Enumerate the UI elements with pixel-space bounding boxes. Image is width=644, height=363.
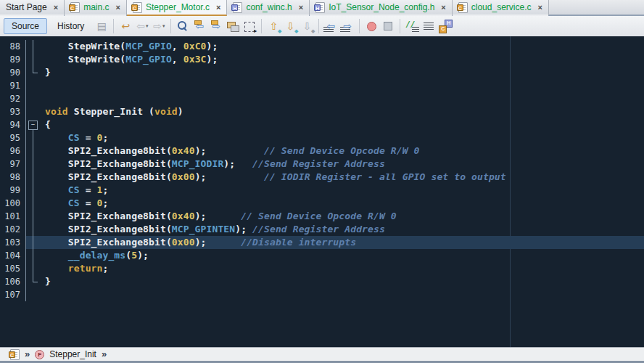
stop-macro-recording-icon[interactable] [381,20,395,33]
close-tab-icon[interactable]: × [54,3,58,12]
rectangular-selection-icon[interactable] [242,20,257,33]
code-line-105[interactable]: 105 return; [0,262,644,275]
line-number[interactable]: 91 [0,79,26,92]
navigate-back-icon[interactable]: ⇦▾ [135,20,149,33]
find-next-icon[interactable]: ⇨ [209,20,223,33]
history-button[interactable]: History [49,18,92,34]
line-number[interactable]: 102 [0,223,26,236]
shift-left-icon[interactable]: ⇦ [323,20,338,33]
source-button[interactable]: Source [4,18,47,34]
line-number[interactable]: 89 [0,53,26,66]
code-text[interactable]: CS = 1; [45,184,644,197]
line-number[interactable]: 93 [0,105,26,118]
close-tab-icon[interactable]: × [299,3,303,12]
toggle-occurrences-icon[interactable]: ⇩ [300,20,314,33]
code-line-95[interactable]: 95 CS = 0; [0,131,644,144]
line-number[interactable]: 105 [0,262,26,275]
line-number[interactable]: 107 [0,288,26,301]
line-number[interactable]: 96 [0,144,26,158]
code-text[interactable]: } [45,275,644,288]
uncomment-icon[interactable] [421,20,436,33]
fold-guide [26,249,45,262]
code-line-92[interactable]: 92 [0,92,644,105]
line-number[interactable]: 88 [0,40,26,53]
line-number[interactable]: 100 [0,197,26,210]
jump-back-icon[interactable]: ↩ [118,20,133,33]
code-line-94[interactable]: 94{ [0,118,644,131]
navigate-forward-icon[interactable]: ⇨▾ [152,20,166,33]
code-line-99[interactable]: 99 CS = 1; [0,184,644,197]
close-tab-icon[interactable]: × [115,3,120,12]
code-text[interactable]: SPI2_Exchange8bit(0x00); // IODIR Regist… [45,171,644,184]
shift-right-icon[interactable]: ⇨ [340,20,355,33]
code-text[interactable]: SPI2_Exchange8bit(0x40); // Send Device … [45,210,644,223]
line-number[interactable]: 103 [0,236,26,249]
previous-occurrence-icon[interactable]: ⇧ [266,20,281,33]
close-tab-icon[interactable]: × [538,3,542,12]
code-text[interactable]: StepWrite(MCP_GPIO, 0xC0); [45,40,644,53]
code-line-100[interactable]: 100 CS = 0; [0,197,644,210]
code-line-103[interactable]: 103 SPI2_Exchange8bit(0x00); //Disable i… [0,236,644,249]
code-line-90[interactable]: 90} [0,66,644,79]
line-number[interactable]: 98 [0,171,26,184]
toggle-highlight-search-icon[interactable] [226,20,240,33]
line-number[interactable]: 99 [0,184,26,197]
code-text[interactable]: SPI2_Exchange8bit(0x00); //Disable inter… [45,236,644,249]
code-line-91[interactable]: 91 [0,79,644,92]
tab-main-c[interactable]: Cmain.c× [65,0,127,16]
tab-stepper-motor-c[interactable]: CStepper_Motor.c× [127,0,228,16]
start-macro-recording-icon[interactable] [364,20,379,33]
code-text[interactable]: StepWrite(MCP_GPIO, 0x3C); [45,53,644,66]
code-line-96[interactable]: 96 SPI2_Exchange8bit(0x40); // Send Devi… [0,144,644,158]
code-text[interactable] [45,92,644,105]
code-line-107[interactable]: 107 [0,288,644,301]
line-number[interactable]: 106 [0,275,26,288]
fold-toggle-icon[interactable] [26,118,45,131]
line-number[interactable]: 95 [0,131,26,144]
line-number[interactable]: 94 [0,118,26,131]
code-text[interactable]: SPI2_Exchange8bit(MCP_GPINTEN); //Send R… [45,223,644,236]
next-occurrence-icon[interactable]: ⇩ [283,20,297,33]
code-line-102[interactable]: 102 SPI2_Exchange8bit(MCP_GPINTEN); //Se… [0,223,644,236]
tab-iot-sensor-node-config-h[interactable]: HIoT_Sensor_Node_config.h× [310,0,453,16]
close-tab-icon[interactable]: × [216,3,220,12]
code-line-98[interactable]: 98 SPI2_Exchange8bit(0x00); // IODIR Reg… [0,171,644,184]
code-line-97[interactable]: 97 SPI2_Exchange8bit(MCP_IODIR); //Send … [0,158,644,171]
line-number[interactable]: 101 [0,210,26,223]
code-line-104[interactable]: 104 __delay_ms(5); [0,249,644,262]
code-line-101[interactable]: 101 SPI2_Exchange8bit(0x40); // Send Dev… [0,210,644,223]
code-text[interactable]: } [45,66,644,79]
code-line-93[interactable]: 93void Stepper_Init (void) [0,105,644,118]
code-text[interactable]: SPI2_Exchange8bit(0x40); // Send Device … [45,144,644,158]
find-icon[interactable] [176,20,190,33]
tab-start-page[interactable]: Start Page× [0,0,65,16]
line-number[interactable]: 90 [0,66,26,79]
code-line-106[interactable]: 106} [0,275,644,288]
code-text[interactable]: SPI2_Exchange8bit(MCP_IODIR); //Send Reg… [45,158,644,171]
dropdown-arrow-icon[interactable]: ▾ [162,23,165,29]
dropdown-arrow-icon[interactable]: ▾ [146,23,149,29]
code-line-89[interactable]: 89 StepWrite(MCP_GPIO, 0x3C); [0,53,644,66]
code-text[interactable]: void Stepper_Init (void) [45,105,644,118]
last-edit-position-icon[interactable]: ▤ [94,20,109,33]
tab-conf-winc-h[interactable]: Hconf_winc.h× [227,0,310,16]
line-number[interactable]: 97 [0,158,26,171]
code-editor[interactable]: 88 StepWrite(MCP_GPIO, 0xC0);89 StepWrit… [0,36,644,347]
code-line-88[interactable]: 88 StepWrite(MCP_GPIO, 0xC0); [0,40,644,53]
code-text[interactable] [45,288,644,301]
close-tab-icon[interactable]: × [441,3,445,12]
code-text[interactable]: { [45,118,644,131]
code-text[interactable]: return; [45,262,644,275]
code-text[interactable]: CS = 0; [45,131,644,144]
header-source-toggle-icon[interactable] [438,20,453,33]
line-number[interactable]: 92 [0,92,26,105]
code-text[interactable]: __delay_ms(5); [45,249,644,262]
line-number[interactable]: 104 [0,249,26,262]
comment-icon[interactable] [405,20,419,33]
find-previous-icon[interactable]: ⇦ [192,20,207,33]
breadcrumb-function[interactable]: Stepper_Init [49,349,96,359]
code-text[interactable]: CS = 0; [45,197,644,210]
tab-cloud-service-c[interactable]: Ccloud_service.c× [453,0,549,16]
code-text[interactable] [45,79,644,92]
fold-guide [26,40,45,53]
